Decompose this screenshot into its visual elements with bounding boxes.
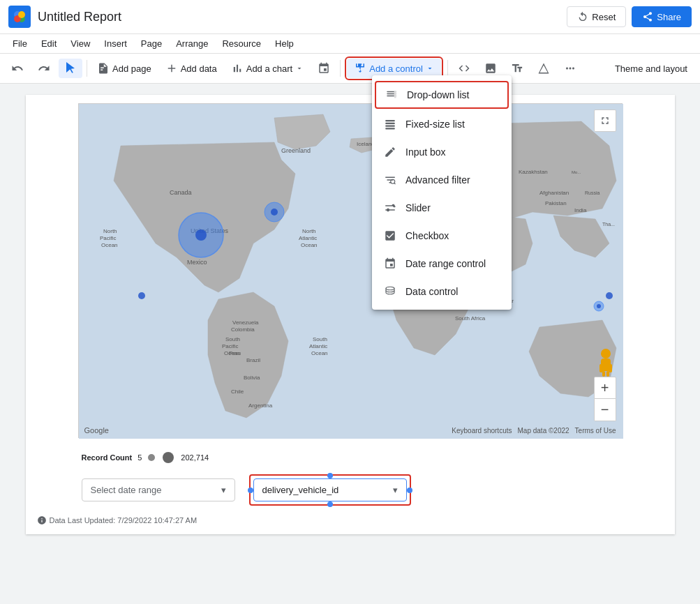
- vehicle-control-outer: delivery_vehicle_id ▾: [249, 474, 411, 506]
- input-box-icon: [383, 145, 397, 159]
- svg-text:Tha...: Tha...: [602, 222, 615, 227]
- advanced-filter-icon: [383, 173, 397, 187]
- toolbar-separator-3: [447, 60, 448, 77]
- dropdown-list-item[interactable]: Drop-down list: [375, 81, 509, 109]
- svg-rect-68: [385, 120, 395, 121]
- map-container: Canada United States Mexico North Pacifi…: [78, 103, 623, 438]
- zoom-in-button[interactable]: +: [594, 377, 616, 399]
- checkbox-item[interactable]: Checkbox: [372, 222, 512, 250]
- report-title: Untitled Report: [38, 10, 567, 24]
- menu-page[interactable]: Page: [134, 36, 169, 52]
- svg-text:South: South: [313, 336, 327, 342]
- svg-rect-70: [385, 126, 395, 127]
- date-range-control[interactable]: Select date range ▾: [82, 478, 235, 501]
- date-range-item[interactable]: Date range control: [372, 250, 512, 278]
- menu-help[interactable]: Help: [268, 36, 301, 52]
- title-bar: Untitled Report Reset Share: [0, 0, 700, 34]
- svg-text:Brazil: Brazil: [246, 357, 260, 363]
- svg-rect-69: [385, 123, 395, 124]
- toolbar-separator-2: [340, 60, 341, 77]
- select-tool-button[interactable]: [59, 59, 82, 78]
- svg-text:North: North: [103, 228, 117, 234]
- svg-text:Argentina: Argentina: [248, 402, 273, 409]
- svg-text:Atlantic: Atlantic: [299, 235, 317, 241]
- menu-arrange[interactable]: Arrange: [169, 36, 215, 52]
- svg-text:Mo...: Mo...: [572, 170, 581, 174]
- title-bar-actions: Reset Share: [567, 6, 692, 27]
- world-map-svg: Canada United States Mexico North Pacifi…: [79, 104, 623, 439]
- connect-data-button[interactable]: [312, 59, 336, 78]
- menu-file[interactable]: File: [6, 36, 34, 52]
- svg-rect-58: [600, 364, 603, 372]
- menu-resource[interactable]: Resource: [215, 36, 268, 52]
- svg-text:Colombia: Colombia: [231, 326, 255, 333]
- data-footer: Data Last Updated: 7/29/2022 10:47:27 AM: [26, 511, 675, 529]
- advanced-filter-item[interactable]: Advanced filter: [372, 166, 512, 194]
- svg-text:Ocean: Ocean: [301, 242, 318, 248]
- svg-rect-60: [602, 371, 605, 377]
- pegman-icon[interactable]: [597, 349, 615, 378]
- svg-point-74: [386, 287, 394, 290]
- fixed-size-list-item[interactable]: Fixed-size list: [372, 110, 512, 138]
- menu-insert[interactable]: Insert: [97, 36, 134, 52]
- svg-rect-59: [609, 364, 612, 372]
- bottom-controls: Select date range ▾ delivery_vehicle_id …: [26, 469, 675, 511]
- svg-text:Russia: Russia: [585, 190, 600, 195]
- input-box-item[interactable]: Input box: [372, 138, 512, 166]
- svg-point-54: [606, 292, 613, 299]
- calendar-icon: [383, 257, 397, 271]
- dropdown-list-icon: [385, 88, 399, 102]
- data-control-icon: [383, 285, 397, 299]
- shape-button[interactable]: [532, 59, 556, 78]
- add-page-button[interactable]: Add page: [91, 59, 157, 78]
- zoom-out-button[interactable]: −: [594, 399, 616, 421]
- svg-rect-61: [606, 371, 609, 377]
- add-data-button[interactable]: Add data: [160, 59, 223, 78]
- redo-button[interactable]: [32, 59, 56, 78]
- share-button[interactable]: Share: [632, 6, 692, 27]
- checkbox-icon: [383, 229, 397, 243]
- theme-layout-button[interactable]: Theme and layout: [608, 60, 694, 77]
- add-chart-button[interactable]: Add a chart: [225, 59, 310, 78]
- svg-text:Bolivia: Bolivia: [244, 375, 260, 381]
- slider-item[interactable]: Slider: [372, 194, 512, 222]
- handle-left: [248, 488, 253, 493]
- svg-rect-71: [385, 128, 395, 129]
- svg-text:Greenland: Greenland: [281, 147, 311, 154]
- fixed-size-list-icon: [383, 117, 397, 131]
- svg-rect-67: [394, 91, 396, 98]
- more-button[interactable]: [558, 59, 582, 78]
- svg-text:Kazakhstan: Kazakhstan: [519, 169, 548, 175]
- svg-point-52: [138, 292, 145, 299]
- svg-point-49: [195, 229, 207, 241]
- svg-text:Afghanistan: Afghanistan: [539, 190, 569, 196]
- control-dropdown-menu: Drop-down list Fixed-size list Input box…: [372, 75, 512, 310]
- record-count-legend: Record Count 5 202,714: [26, 446, 675, 469]
- svg-text:Pacific: Pacific: [100, 235, 117, 241]
- menu-edit[interactable]: Edit: [34, 36, 64, 52]
- svg-text:Ocean: Ocean: [101, 242, 118, 248]
- handle-bottom: [327, 501, 333, 507]
- undo-button[interactable]: [6, 59, 29, 78]
- handle-top: [327, 473, 333, 478]
- slider-icon: [383, 201, 397, 215]
- report-page: Canada United States Mexico North Pacifi…: [26, 95, 675, 534]
- svg-point-56: [601, 349, 611, 358]
- svg-text:Pakistan: Pakistan: [545, 200, 567, 206]
- vehicle-id-control[interactable]: delivery_vehicle_id ▾: [253, 478, 407, 501]
- svg-text:Chile: Chile: [231, 388, 244, 395]
- date-range-arrow: ▾: [221, 485, 226, 495]
- svg-text:Ocean: Ocean: [311, 350, 328, 356]
- menu-view[interactable]: View: [64, 36, 97, 52]
- data-control-item[interactable]: Data control: [372, 278, 512, 305]
- vehicle-control-selection: delivery_vehicle_id ▾: [249, 474, 411, 506]
- toolbar-separator-1: [87, 60, 87, 77]
- reset-button[interactable]: Reset: [567, 6, 626, 27]
- map-expand-button[interactable]: [594, 110, 616, 132]
- svg-point-3: [18, 11, 25, 18]
- handle-right: [407, 488, 412, 493]
- google-attribution: Google: [84, 426, 109, 435]
- svg-point-51: [271, 209, 278, 216]
- svg-line-73: [394, 183, 396, 185]
- svg-text:South Africa: South Africa: [455, 315, 486, 322]
